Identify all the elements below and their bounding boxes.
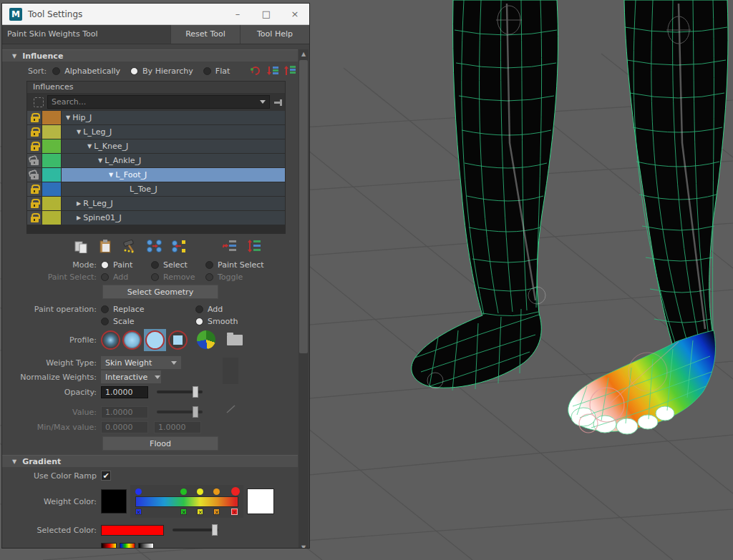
move-weights-to-influence-icon[interactable] [223, 239, 238, 253]
joint-color-swatch[interactable] [42, 197, 62, 210]
paste-weights-icon[interactable] [98, 239, 114, 253]
expand-arrow-icon[interactable]: ▶ [77, 215, 81, 221]
joint-row[interactable]: ▼L_Leg_J [27, 125, 285, 139]
joint-color-swatch[interactable] [42, 182, 62, 196]
ramp-interp-marker[interactable]: × [135, 509, 142, 515]
sort-ascending-icon[interactable] [283, 65, 296, 77]
brush-image-icon[interactable] [197, 330, 215, 349]
maximize-button[interactable]: □ [252, 4, 281, 25]
reset-tool-button[interactable]: Reset Tool [170, 25, 240, 44]
mode-select-radio[interactable]: Select [151, 260, 195, 270]
color-preset-fire[interactable] [101, 543, 117, 549]
weight-color-high-swatch[interactable] [247, 488, 274, 514]
close-button[interactable]: × [281, 4, 309, 25]
minimize-button[interactable]: – [223, 4, 252, 25]
weight-hammer-icon[interactable] [122, 239, 138, 253]
ramp-marker-circle-selected[interactable] [231, 487, 240, 496]
ramp-marker-circle[interactable] [197, 488, 203, 495]
tool-help-button[interactable]: Tool Help [240, 25, 309, 44]
ramp-interp-marker[interactable]: × [213, 509, 220, 515]
expand-arrow-icon[interactable]: ▶ [77, 200, 81, 207]
joint-color-swatch[interactable] [42, 154, 62, 167]
color-preset-grayscale[interactable] [138, 543, 154, 549]
opacity-field[interactable]: 1.0000 [101, 386, 148, 398]
weight-color-label: Weight Color: [2, 497, 101, 506]
influence-section-header[interactable]: ▼ Influence [2, 49, 298, 62]
mode-paint-radio[interactable]: Paint [101, 260, 141, 270]
scroll-down-icon[interactable]: ▼ [298, 543, 309, 549]
joint-row[interactable]: ▼L_Knee_J [27, 139, 285, 153]
selected-color-slider[interactable] [173, 529, 218, 531]
weight-color-low-swatch[interactable] [101, 489, 127, 514]
window-titlebar[interactable]: M Tool Settings – □ × [2, 4, 309, 25]
expand-arrow-icon[interactable]: ▼ [109, 172, 113, 178]
joint-color-swatch[interactable] [42, 168, 62, 182]
joint-row[interactable]: ▶R_Leg_J [27, 197, 285, 210]
joint-color-swatch[interactable] [42, 125, 62, 139]
brush-gaussian-icon[interactable] [101, 330, 120, 350]
expand-arrow-icon[interactable]: ▼ [98, 157, 102, 164]
ramp-marker-circle[interactable] [135, 488, 142, 495]
slider-handle[interactable] [212, 524, 218, 536]
brush-square-icon[interactable] [168, 330, 188, 350]
copy-vertex-weights-icon[interactable] [147, 239, 162, 253]
ramp-interp-marker-selected[interactable]: × [231, 509, 238, 515]
operation-add-radio[interactable]: Add [195, 305, 223, 314]
selected-color-swatch[interactable] [101, 525, 164, 536]
color-ramp-bar[interactable] [135, 496, 238, 507]
browse-brush-folder-icon[interactable] [227, 335, 243, 345]
joint-row[interactable]: ▶Spine01_J [27, 211, 285, 225]
paste-vertex-weights-icon[interactable] [171, 239, 187, 253]
select-geometry-button[interactable]: Select Geometry [102, 285, 218, 299]
paint-select-remove-radio: Remove [151, 272, 195, 282]
gradient-section-header[interactable]: ▼ Gradient [2, 455, 298, 467]
ramp-marker-circle[interactable] [213, 488, 220, 495]
joint-row[interactable]: ▼L_Ankle_J [27, 154, 285, 167]
joint-row-selected[interactable]: ▼L_Foot_J [27, 168, 285, 182]
opacity-label: Opacity: [2, 388, 101, 397]
use-color-ramp-checkbox[interactable]: ✔ [101, 471, 111, 481]
selected-color-label: Selected Color: [2, 526, 101, 535]
sort-alphabetically-radio[interactable]: Alphabetically [52, 67, 120, 76]
pin-icon[interactable] [273, 98, 282, 107]
panel-scrollbar[interactable]: ▲ ▼ [298, 49, 309, 549]
joint-color-swatch[interactable] [42, 139, 62, 153]
lock-closed-icon [31, 131, 39, 137]
select-region-icon[interactable] [34, 97, 44, 107]
collapse-arrow-icon: ▼ [12, 53, 16, 59]
sort-by-hierarchy-radio[interactable]: By Hierarchy [130, 67, 193, 76]
sort-flat-radio[interactable]: Flat [203, 67, 230, 76]
ramp-interp-marker[interactable]: × [180, 509, 187, 515]
panel-spacer [223, 358, 238, 384]
flood-button[interactable]: Flood [102, 436, 218, 451]
brush-solid-selected[interactable] [144, 329, 166, 351]
operation-scale-radio[interactable]: Scale [101, 317, 185, 326]
joint-row[interactable]: L_Toe_J [27, 182, 285, 196]
weight-type-label: Weight Type: [2, 358, 101, 368]
joint-row[interactable]: ▼Hip_J [27, 111, 285, 124]
search-input[interactable]: Search... [47, 95, 270, 109]
weight-type-dropdown[interactable]: Skin Weight [101, 356, 181, 369]
operation-replace-radio[interactable]: Replace [101, 305, 185, 314]
color-ramp-widget[interactable]: × × × × × [130, 485, 243, 518]
copy-weights-icon[interactable] [74, 239, 89, 253]
brush-soft-icon[interactable] [122, 330, 142, 350]
scrollbar-thumb[interactable] [299, 60, 308, 353]
expand-arrow-icon[interactable]: ▼ [77, 129, 81, 135]
slider-handle[interactable] [193, 386, 198, 398]
expand-arrow-icon[interactable]: ▼ [66, 114, 70, 121]
mode-paint-select-radio[interactable]: Paint Select [205, 260, 264, 270]
ramp-marker-circle[interactable] [180, 488, 187, 495]
sort-descending-icon[interactable] [266, 65, 279, 77]
joint-color-swatch[interactable] [42, 211, 62, 225]
color-preset-rainbow[interactable] [120, 543, 135, 549]
expand-arrow-icon[interactable]: ▼ [87, 143, 92, 149]
opacity-slider[interactable] [157, 390, 203, 393]
refresh-influences-icon[interactable] [249, 65, 262, 77]
joint-color-swatch[interactable] [42, 111, 62, 124]
operation-smooth-radio[interactable]: Smooth [195, 317, 238, 326]
ramp-interp-marker[interactable]: × [197, 509, 203, 515]
swap-influence-weights-icon[interactable] [247, 239, 263, 253]
normalize-weights-dropdown[interactable]: Interactive [101, 370, 161, 383]
scroll-up-icon[interactable]: ▲ [298, 49, 309, 59]
